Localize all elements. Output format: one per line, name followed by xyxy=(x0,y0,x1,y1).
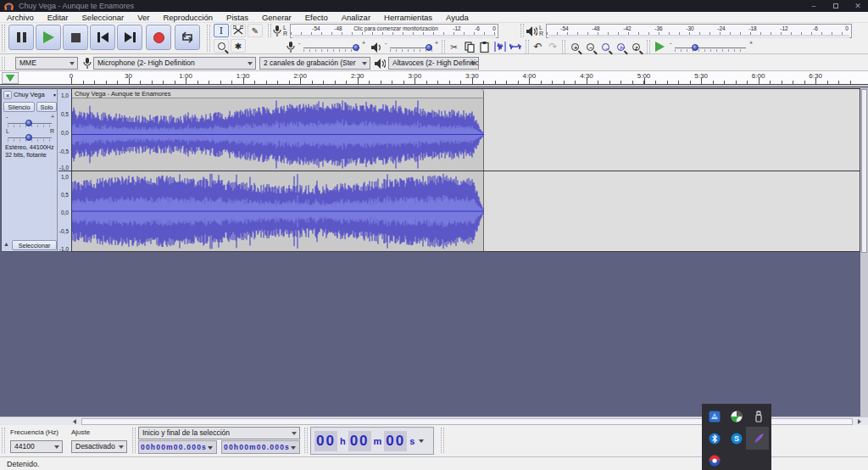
selection-tool-button[interactable]: I xyxy=(214,24,229,37)
position-seconds[interactable]: 00 xyxy=(384,431,407,451)
play-button[interactable] xyxy=(36,25,61,50)
time-format-arrow-icon[interactable] xyxy=(419,439,424,443)
end-gripper[interactable] xyxy=(441,428,444,453)
track-title-menu[interactable]: Chuy Vega ▼ xyxy=(14,91,57,99)
tools-gripper[interactable] xyxy=(207,25,210,52)
record-volume-slider[interactable] xyxy=(303,48,359,48)
track-control-panel[interactable]: ✕ Chuy Vega ▼ Silencio Solo - + L R Es xyxy=(1,88,58,252)
menu-archivo[interactable]: Archivo xyxy=(0,12,41,23)
silence-audio-button[interactable] xyxy=(508,40,522,53)
playback-meter[interactable]: -54-48-42-36-30-24-18-12-60 xyxy=(546,24,852,38)
vertical-scrollbar-thumb[interactable] xyxy=(861,89,867,253)
track-close-button[interactable]: ✕ xyxy=(3,91,12,99)
selection-start-field[interactable]: 00h00m00.000s xyxy=(138,440,217,454)
rate-select[interactable]: 44100 xyxy=(10,440,63,453)
speed-slider[interactable] xyxy=(675,48,746,48)
position-minutes[interactable]: 00 xyxy=(348,431,371,451)
time-format-arrow-icon[interactable] xyxy=(208,446,213,450)
input-device-select[interactable]: Microphone (2- High Definition xyxy=(93,57,256,70)
zoom-toggle-button[interactable]: z xyxy=(629,40,643,53)
usb-icon[interactable] xyxy=(753,411,765,422)
zoom-in-button[interactable]: + xyxy=(568,40,582,53)
loop-button[interactable] xyxy=(175,25,200,50)
selection-toolbar-gripper[interactable] xyxy=(2,428,5,453)
redo-button[interactable]: ↷ xyxy=(546,40,560,53)
selection-mode-select[interactable]: Inicio y final de la selección xyxy=(138,427,300,439)
pause-button[interactable] xyxy=(8,25,34,50)
stop-button[interactable] xyxy=(63,25,88,50)
edit-toolbar-gripper[interactable] xyxy=(442,40,445,53)
menu-reproduccion[interactable]: Reproducción xyxy=(156,12,220,23)
menu-pistas[interactable]: Pistas xyxy=(220,12,255,23)
menu-editar[interactable]: Editar xyxy=(41,12,75,23)
menu-efecto[interactable]: Efecto xyxy=(298,12,335,23)
restore-button[interactable] xyxy=(826,0,846,12)
zoom-fit-button[interactable]: ⊢ xyxy=(614,40,628,53)
cut-button[interactable]: ✂ xyxy=(447,40,461,53)
undo-button[interactable]: ↶ xyxy=(531,40,545,53)
timeline-ruler[interactable]: 0301:001:302:002:303:003:304:004:305:005… xyxy=(0,71,868,85)
gain-knob[interactable] xyxy=(25,120,32,126)
undo-toolbar-gripper[interactable] xyxy=(526,40,529,53)
scroll-right-icon[interactable] xyxy=(858,419,861,424)
paste-button[interactable] xyxy=(477,40,492,53)
track-channels[interactable]: Chuy Vega - Aunque te Enamores xyxy=(71,88,860,252)
play-at-speed-button[interactable] xyxy=(653,40,667,53)
transport-gripper[interactable] xyxy=(2,25,5,52)
menu-herramientas[interactable]: Herramientas xyxy=(377,12,439,23)
red-blue-app-icon[interactable] xyxy=(709,455,721,467)
record-volume-knob[interactable] xyxy=(353,44,359,51)
position-hours[interactable]: 00 xyxy=(314,431,337,451)
time-toolbar-gripper[interactable] xyxy=(304,428,308,453)
track-area[interactable]: ✕ Chuy Vega ▼ Silencio Solo - + L R Es xyxy=(0,88,868,417)
zoom-out-button[interactable]: − xyxy=(583,40,598,53)
envelope-tool-button[interactable] xyxy=(231,24,246,37)
audio-position-display[interactable]: 00 h 00 m 00 s xyxy=(310,427,434,455)
vertical-scrollbar[interactable] xyxy=(860,88,868,417)
menu-ver[interactable]: Ver xyxy=(131,12,156,23)
skip-to-start-button[interactable] xyxy=(90,25,115,50)
record-button[interactable] xyxy=(146,25,171,50)
track-select-button[interactable]: Seleccionar xyxy=(12,240,57,250)
time-format-arrow-icon[interactable] xyxy=(291,446,296,450)
zoom-selection-button[interactable]: ↔ xyxy=(598,40,613,53)
blue-app-icon[interactable] xyxy=(709,411,721,422)
pan-knob[interactable] xyxy=(25,134,32,141)
skip-to-end-button[interactable] xyxy=(117,25,142,50)
selection-fields-gripper[interactable] xyxy=(132,428,136,453)
snap-select[interactable]: Desactivado xyxy=(71,440,127,453)
audio-host-select[interactable]: MME xyxy=(15,57,78,70)
clip-title-bar[interactable]: Chuy Vega - Aunque te Enamores xyxy=(72,89,484,98)
minimize-button[interactable]: – xyxy=(804,0,824,12)
audio-track[interactable]: ✕ Chuy Vega ▼ Silencio Solo - + L R Es xyxy=(0,88,860,253)
record-meter-gripper[interactable] xyxy=(268,24,271,37)
speed-slider-knob[interactable] xyxy=(692,44,698,51)
menu-seleccionar[interactable]: Seleccionar xyxy=(75,12,131,23)
multi-tool-button[interactable]: ✱ xyxy=(231,39,246,53)
output-device-select[interactable]: Altavoces (2- High Definition A xyxy=(388,57,479,70)
selection-end-field[interactable]: 00h00m00.000s xyxy=(221,440,300,454)
zoom-toolbar-gripper[interactable] xyxy=(562,40,565,53)
menu-generar[interactable]: Generar xyxy=(255,12,298,23)
pen-icon[interactable] xyxy=(753,433,765,445)
timeline-options-button[interactable] xyxy=(2,72,19,84)
mute-button[interactable]: Silencio xyxy=(3,102,35,112)
zoom-tool-button[interactable] xyxy=(214,39,229,53)
device-toolbar-gripper[interactable] xyxy=(2,57,5,70)
menu-ayuda[interactable]: Ayuda xyxy=(439,12,476,23)
play-meter-gripper[interactable] xyxy=(520,24,524,37)
play-at-speed-gripper[interactable] xyxy=(647,40,650,53)
record-meter[interactable]: -54 -48 Clic para comenzar monitorizació… xyxy=(290,24,498,38)
draw-tool-button[interactable]: ✎ xyxy=(248,24,263,37)
input-channels-select[interactable]: 2 canales de grabación (Ster xyxy=(259,57,370,70)
play-volume-knob[interactable] xyxy=(426,44,432,51)
collapse-track-icon[interactable]: ▲ xyxy=(3,241,9,247)
skype-icon[interactable]: S xyxy=(731,433,743,445)
menu-analizar[interactable]: Analizar xyxy=(335,12,377,23)
trim-audio-button[interactable] xyxy=(492,40,507,53)
bluetooth-icon[interactable] xyxy=(709,433,721,445)
copy-button[interactable] xyxy=(462,40,476,53)
close-button[interactable]: ✕ xyxy=(848,0,868,12)
antivirus-icon[interactable] xyxy=(731,411,743,422)
scroll-left-icon[interactable] xyxy=(73,419,76,424)
